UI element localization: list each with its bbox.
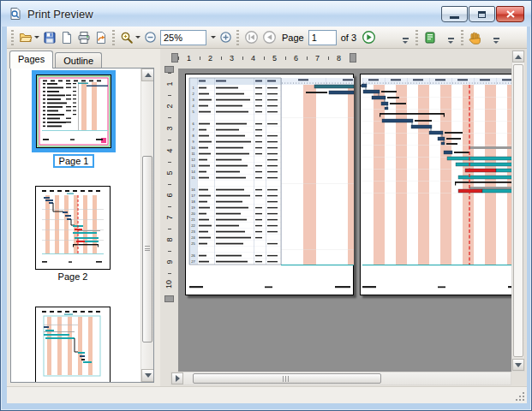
zoom-level-combobox[interactable]: 25% <box>160 30 206 45</box>
overflow-icon <box>448 41 453 44</box>
thumbnail-panel: Page 1 Page 2 <box>10 68 154 383</box>
page-number-input[interactable] <box>308 30 337 45</box>
minimize-button[interactable] <box>441 6 468 22</box>
hand-tool-button[interactable] <box>468 28 483 47</box>
next-page-button[interactable] <box>361 28 377 47</box>
page-setup-button[interactable] <box>59 28 75 47</box>
scroll-up-button[interactable] <box>512 51 524 63</box>
thumbnail-page-1-label[interactable]: Page 1 <box>53 154 94 168</box>
zoom-in-button[interactable] <box>218 28 233 47</box>
svg-text:20: 20 <box>191 211 195 216</box>
svg-text:12: 12 <box>191 158 195 162</box>
toolbar-overflow-button[interactable] <box>491 29 501 46</box>
scroll-right-button[interactable] <box>171 372 183 384</box>
tab-outline[interactable]: Outline <box>55 52 102 68</box>
previous-page-button[interactable] <box>261 28 278 47</box>
client-area: Pages Outline Page 1 Page 2 <box>7 49 527 386</box>
ruler-cap <box>164 66 174 73</box>
green-document-icon <box>423 31 437 45</box>
ruler-mark: 8 <box>164 229 175 251</box>
export-page-icon <box>94 31 108 45</box>
vertical-scrollbar[interactable] <box>511 50 525 372</box>
preview-page-1: 1234567891011121314151617181920212223242… <box>185 74 354 295</box>
thumbnail-page-1[interactable] <box>32 70 116 152</box>
print-button[interactable] <box>76 28 92 47</box>
ruler-mark: 6 <box>285 52 307 63</box>
svg-text:19: 19 <box>191 206 195 210</box>
resize-grip[interactable] <box>514 390 524 401</box>
toolbar-grip[interactable] <box>11 30 14 45</box>
thumbnail-page-2[interactable] <box>35 186 111 270</box>
ruler-mark: 2 <box>164 95 175 117</box>
first-page-button[interactable] <box>243 28 260 47</box>
ruler-mark: 5 <box>164 162 175 184</box>
pages-total-label: of 3 <box>341 33 356 43</box>
arrow-right-icon <box>176 375 180 382</box>
tab-pages[interactable]: Pages <box>9 51 53 68</box>
svg-text:23: 23 <box>191 229 195 234</box>
toolbar-overflow-button[interactable] <box>445 29 456 46</box>
thumb1-canvas <box>37 75 111 147</box>
thumbnail-scrollbar[interactable] <box>140 68 153 382</box>
svg-text:14: 14 <box>191 170 195 174</box>
ruler-mark: 3 <box>164 117 175 140</box>
zoom-out-button[interactable] <box>143 28 158 47</box>
preview-canvas[interactable]: 1234567891011121314151617181920212223242… <box>178 68 511 372</box>
preview-area: 12345678 12345678910 1234567891011121314… <box>160 49 527 386</box>
print-preview-window: Print Preview <box>0 0 532 411</box>
export-button[interactable] <box>93 28 109 47</box>
ruler-mark: 5 <box>264 52 285 63</box>
svg-text:18: 18 <box>191 200 195 204</box>
vertical-ruler-cells: 12345678910 <box>164 73 175 295</box>
svg-text:24: 24 <box>191 235 195 240</box>
close-button[interactable] <box>496 6 524 22</box>
scroll-up-button[interactable] <box>141 68 154 81</box>
scrollbar-thumb[interactable] <box>513 64 523 357</box>
svg-text:10: 10 <box>191 146 195 150</box>
page-layout-button[interactable] <box>422 28 438 47</box>
maximize-button[interactable] <box>469 6 495 22</box>
ruler-mark: 1 <box>178 52 200 63</box>
sidebar-tabs: Pages Outline <box>9 50 104 68</box>
scrollbar-thumb[interactable] <box>193 373 381 384</box>
scroll-down-button[interactable] <box>141 369 154 382</box>
open-dropdown-icon <box>34 36 39 39</box>
blank-page-icon <box>60 31 74 45</box>
ruler-mark: 10 <box>164 273 175 295</box>
toolbar-grip[interactable] <box>236 30 239 45</box>
status-bar <box>7 386 527 403</box>
toolbar-overflow-button[interactable] <box>400 29 410 46</box>
preview-page-2 <box>360 74 511 295</box>
arrow-up-icon <box>145 73 152 77</box>
open-button[interactable] <box>18 28 40 47</box>
save-button[interactable] <box>42 28 57 47</box>
zoom-level-dropdown-button[interactable] <box>206 30 218 45</box>
close-icon <box>506 10 515 18</box>
toolbar-grip[interactable] <box>461 30 463 45</box>
overflow-icon <box>403 41 408 44</box>
thumb2-canvas <box>36 187 110 269</box>
titlebar[interactable]: Print Preview <box>1 1 531 27</box>
toolbar-grip[interactable] <box>112 30 115 45</box>
scrollbar-thumb[interactable] <box>142 156 152 342</box>
ruler-mark: 9 <box>164 251 175 273</box>
maximize-icon <box>478 11 486 18</box>
thumbnail-page-1-preview <box>36 74 111 148</box>
svg-text:13: 13 <box>191 164 195 168</box>
ruler-mark: 6 <box>164 184 175 206</box>
ruler-mark: 7 <box>307 52 328 63</box>
sidebar: Pages Outline Page 1 Page 2 <box>7 49 160 386</box>
zoom-tool-button[interactable] <box>119 28 141 47</box>
thumbnail-page-2-label[interactable]: Page 2 <box>11 271 134 282</box>
magnifier-icon <box>120 31 134 45</box>
toolbar-grip[interactable] <box>415 30 418 45</box>
printer-icon <box>77 31 91 45</box>
window-title: Print Preview <box>27 8 93 21</box>
print-preview-app-icon <box>9 7 22 21</box>
previous-page-icon <box>262 30 277 45</box>
scroll-down-button[interactable] <box>512 359 524 371</box>
svg-text:21: 21 <box>191 217 195 222</box>
thumbnail-page-3[interactable] <box>35 307 111 383</box>
horizontal-scrollbar[interactable] <box>170 372 511 385</box>
ruler-mark: 1 <box>164 73 175 95</box>
